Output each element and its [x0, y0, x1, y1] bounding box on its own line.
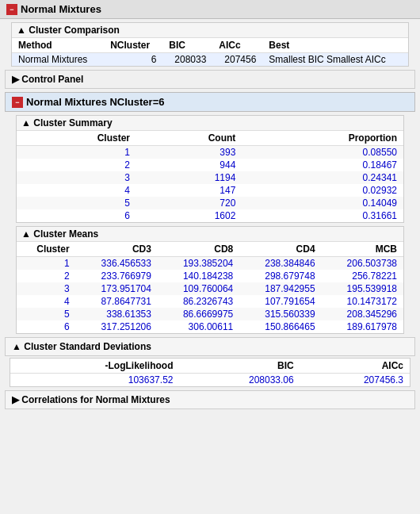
- cell: 147: [136, 184, 242, 197]
- cell: 4: [17, 184, 136, 197]
- cell: 338.61353: [76, 308, 158, 320]
- cell: 0.14049: [242, 197, 403, 209]
- ncluster-label: Normal Mixtures NCluster=6: [26, 96, 164, 108]
- cluster-summary-box: ▲ Cluster Summary Cluster Count Proporti…: [16, 115, 404, 223]
- cell: 173.951704: [76, 282, 158, 295]
- col-bic: BIC: [162, 38, 212, 53]
- cell: 86.2326743: [158, 295, 239, 308]
- table-row: 13930.08550: [17, 146, 403, 159]
- cell: 107.791654: [239, 295, 321, 308]
- col-method: Method: [12, 38, 104, 53]
- cell: 306.00611: [158, 320, 239, 333]
- ncluster-toggle-icon[interactable]: −: [12, 97, 23, 108]
- table-row: 1336.456533193.385204238.384846206.50373…: [17, 257, 403, 270]
- table-row: 103637.52 208033.06 207456.3: [10, 374, 410, 387]
- cluster-stddev-section[interactable]: ▲ Cluster Standard Deviations: [5, 337, 415, 356]
- cell: 393: [136, 146, 242, 159]
- cm-col-cd4: CD4: [239, 242, 321, 257]
- table-row: 57200.14049: [17, 197, 403, 209]
- cell: 0.24341: [242, 171, 403, 184]
- table-row: Normal Mixtures 6 208033 207456 Smallest…: [12, 53, 408, 67]
- table-row: 616020.31661: [17, 209, 403, 222]
- control-panel-label: Control Panel: [21, 74, 83, 85]
- cell: 317.251206: [76, 320, 158, 333]
- cell: 256.78221: [322, 270, 403, 282]
- cluster-means-header[interactable]: ▲ Cluster Means: [17, 227, 403, 242]
- table-row: 3173.951704109.760064187.942955195.53991…: [17, 282, 403, 295]
- cell: 5: [17, 197, 136, 209]
- col-aicc: AICc: [212, 38, 262, 53]
- cell: 0.02932: [242, 184, 403, 197]
- normal-mixtures-title: Normal Mixtures: [21, 3, 101, 15]
- table-row: 41470.02932: [17, 184, 403, 197]
- loglik-val: 103637.52: [10, 374, 179, 387]
- cluster-summary-section: ▲ Cluster Summary Cluster Count Proporti…: [10, 115, 410, 223]
- cell: 233.766979: [76, 270, 158, 282]
- summary-triangle: ▲: [21, 117, 31, 128]
- means-triangle: ▲: [21, 228, 31, 240]
- cell: 140.184238: [158, 270, 239, 282]
- cell: 6: [17, 209, 136, 222]
- cluster-comparison-header[interactable]: ▲ Cluster Comparison: [12, 23, 408, 38]
- correlations-triangle: ▶: [12, 394, 19, 405]
- cluster-comparison-section: ▲ Cluster Comparison Method NCluster BIC…: [5, 22, 415, 67]
- bic-val: 208033: [162, 53, 212, 67]
- cell: 5: [17, 308, 76, 320]
- cell: 1194: [136, 171, 242, 184]
- table-row: 5338.6135386.6669975315.560339208.345296: [17, 308, 403, 320]
- aicc-val: 207456: [212, 53, 262, 67]
- cell: 4: [17, 295, 76, 308]
- cs-col-cluster: Cluster: [17, 131, 136, 146]
- cell: 2: [17, 270, 76, 282]
- bic-stat-val: 208033.06: [179, 374, 300, 387]
- table-row: 311940.24341: [17, 171, 403, 184]
- cell: 6: [17, 320, 76, 333]
- cell: 206.503738: [322, 257, 403, 270]
- cell: 193.385204: [158, 257, 239, 270]
- cs-col-proportion: Proportion: [242, 131, 403, 146]
- cluster-means-table: Cluster CD3 CD8 CD4 MCB 1336.456533193.3…: [17, 242, 403, 333]
- cluster-means-section: ▲ Cluster Means Cluster CD3 CD8 CD4 MCB …: [10, 226, 410, 334]
- table-row: 2233.766979140.184238298.679748256.78221: [17, 270, 403, 282]
- collapse-triangle: ▲: [17, 25, 26, 36]
- correlations-section[interactable]: ▶ Correlations for Normal Mixtures: [5, 390, 415, 409]
- control-panel-row[interactable]: ▶ Control Panel: [5, 70, 415, 89]
- cell: 1602: [136, 209, 242, 222]
- stddev-stats-table: -LogLikelihood BIC AICc 103637.52 208033…: [10, 359, 410, 386]
- cell: 3: [17, 282, 76, 295]
- table-row: 487.864773186.2326743107.79165410.147317…: [17, 295, 403, 308]
- cell: 238.384846: [239, 257, 321, 270]
- cell: 109.760064: [158, 282, 239, 295]
- cell: 0.08550: [242, 146, 403, 159]
- ncluster-header[interactable]: − Normal Mixtures NCluster=6: [5, 92, 415, 112]
- stddev-bic-header: BIC: [179, 359, 300, 374]
- cell: 150.866465: [239, 320, 321, 333]
- stddev-triangle: ▲: [12, 341, 21, 352]
- cell: 0.31661: [242, 209, 403, 222]
- best-val: Smallest BIC Smallest AICc: [262, 53, 408, 67]
- cell: 195.539918: [322, 282, 403, 295]
- control-panel-triangle: ▶: [12, 74, 19, 85]
- normal-mixtures-header[interactable]: − Normal Mixtures: [0, 0, 420, 19]
- stddev-stats-box: -LogLikelihood BIC AICc 103637.52 208033…: [10, 358, 410, 387]
- cell: 86.6669975: [158, 308, 239, 320]
- cell: 10.1473172: [322, 295, 403, 308]
- cell: 1: [17, 257, 76, 270]
- table-row: 6317.251206306.00611150.866465189.617978: [17, 320, 403, 333]
- cluster-summary-header[interactable]: ▲ Cluster Summary: [17, 116, 403, 131]
- cell: 3: [17, 171, 136, 184]
- cell: 336.456533: [76, 257, 158, 270]
- toggle-icon[interactable]: −: [6, 4, 17, 15]
- aicc-stat-val: 207456.3: [300, 374, 410, 387]
- method-val: Normal Mixtures: [12, 53, 104, 67]
- stddev-aicc-header: AICc: [300, 359, 410, 374]
- cell: 2: [17, 159, 136, 171]
- cluster-comparison-box: ▲ Cluster Comparison Method NCluster BIC…: [11, 22, 409, 67]
- cell: 208.345296: [322, 308, 403, 320]
- col-best: Best: [262, 38, 408, 53]
- cluster-summary-label: Cluster Summary: [33, 117, 112, 128]
- cell: 944: [136, 159, 242, 171]
- ncluster-val: 6: [104, 53, 162, 67]
- main-container: − Normal Mixtures ▲ Cluster Comparison M…: [0, 0, 420, 409]
- cm-col-cluster: Cluster: [17, 242, 76, 257]
